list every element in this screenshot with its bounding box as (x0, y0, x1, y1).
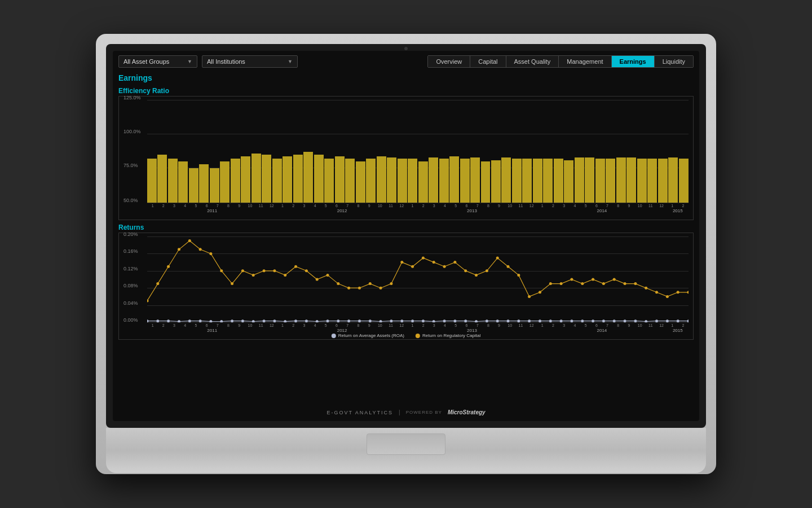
line-dot (517, 274, 520, 277)
x-label-group: 1234567891011122012 (277, 323, 407, 333)
x-num: 1 (407, 323, 418, 327)
x-num: 11 (385, 204, 396, 208)
x-num: 1 (667, 204, 678, 208)
line-dot (549, 282, 552, 285)
x-num: 8 (223, 323, 233, 327)
x-num: 1 (147, 204, 158, 208)
line-dot (475, 320, 478, 322)
institutions-dropdown[interactable]: All Institutions ▼ (202, 55, 298, 68)
efficiency-bar (377, 156, 386, 203)
efficiency-ratio-title: Efficiency Ratio (118, 87, 694, 95)
asset-groups-dropdown[interactable]: All Asset Groups ▼ (118, 55, 197, 68)
line-path (147, 241, 689, 301)
x-label-group: 1234567891011122011 (147, 323, 277, 333)
line-dot (645, 287, 647, 290)
efficiency-bar (679, 159, 689, 203)
x-num: 12 (656, 204, 667, 208)
line-dot (209, 320, 212, 322)
line-dot (655, 319, 658, 322)
page-title: Earnings (118, 73, 694, 82)
line-dot (645, 320, 647, 322)
x-label-group: 1234567891011122013 (407, 204, 537, 213)
legend-dot-rrc (416, 334, 420, 338)
line-dot (284, 320, 286, 322)
grid-line-50: 50.0% (147, 203, 689, 203)
x-num: 11 (515, 323, 526, 327)
x-num: 1 (407, 204, 418, 208)
tab-earnings[interactable]: Earnings (612, 56, 655, 67)
line-dot (655, 291, 658, 294)
efficiency-bar (658, 159, 668, 203)
x-num: 7 (472, 204, 483, 208)
line-dot (602, 319, 605, 322)
nav-tabs: Overview Capital Asset Quality Managemen… (427, 55, 694, 68)
efficiency-bar (626, 157, 636, 203)
line-dot (305, 319, 308, 322)
tab-liquidity[interactable]: Liquidity (655, 56, 693, 67)
y-label-75: 75.0% (123, 163, 138, 168)
line-dot (167, 319, 170, 322)
efficiency-bar (251, 154, 261, 203)
line-dot (188, 239, 191, 242)
x-year: 2012 (337, 328, 347, 333)
x-label-group: 1234567891011122011 (147, 204, 277, 213)
line-dot (613, 278, 616, 281)
line-dot (528, 295, 531, 298)
efficiency-bar (345, 159, 355, 203)
efficiency-bar (199, 164, 209, 203)
tab-asset-quality[interactable]: Asset Quality (506, 56, 559, 67)
x-num: 11 (255, 204, 266, 208)
x-num: 6 (591, 204, 602, 208)
line-dot (326, 274, 329, 277)
x-num: 10 (374, 204, 385, 208)
tab-overview[interactable]: Overview (428, 56, 470, 67)
x-num: 3 (429, 204, 439, 208)
efficiency-bar (616, 157, 626, 203)
x-num: 12 (656, 323, 667, 327)
efficiency-bar (398, 159, 407, 203)
line-dot (443, 265, 446, 268)
line-dot (666, 295, 669, 298)
line-dot (358, 319, 361, 322)
x-num: 4 (570, 204, 580, 208)
x-num: 12 (526, 204, 537, 208)
y-label-004: 0.04% (123, 300, 138, 306)
line-dot (528, 319, 531, 322)
line-dot (347, 287, 350, 290)
line-dot (209, 252, 212, 255)
line-dot (316, 320, 319, 322)
line-dot (369, 282, 372, 285)
efficiency-bar (449, 156, 459, 203)
line-dot (634, 319, 637, 322)
line-dot (147, 319, 149, 322)
tab-capital[interactable]: Capital (470, 56, 506, 67)
efficiency-bar (303, 152, 313, 203)
efficiency-bar (564, 160, 573, 203)
line-dot (560, 282, 563, 285)
x-num: 8 (483, 323, 493, 327)
top-bar: All Asset Groups ▼ All Institutions ▼ Ov… (118, 55, 694, 68)
x-num: 5 (451, 323, 461, 327)
legend-label-roa: Return on Average Assets (ROA) (338, 333, 404, 338)
x-num: 1 (667, 323, 678, 327)
y-label-008: 0.08% (123, 283, 138, 288)
dropdown2-arrow: ▼ (288, 59, 293, 64)
x-num: 12 (526, 323, 537, 327)
line-dot (570, 278, 573, 281)
line-dot (178, 320, 180, 322)
line-dot (613, 319, 616, 322)
legend: Return on Average Assets (ROA) Return on… (332, 333, 480, 338)
x-num: 7 (602, 204, 612, 208)
line-dot (347, 319, 350, 322)
efficiency-bar (647, 159, 657, 203)
line-dot (687, 291, 689, 294)
tab-management[interactable]: Management (559, 56, 611, 67)
x-num: 9 (624, 323, 634, 327)
x-num: 3 (559, 204, 570, 208)
x-num: 9 (234, 204, 245, 208)
y-label-100: 100.0% (123, 129, 141, 134)
x-num: 9 (493, 323, 504, 327)
line-dot (486, 269, 488, 272)
x-num: 9 (493, 204, 504, 208)
efficiency-ratio-chart: 125.0% 100.0% 75.0% (118, 96, 694, 220)
